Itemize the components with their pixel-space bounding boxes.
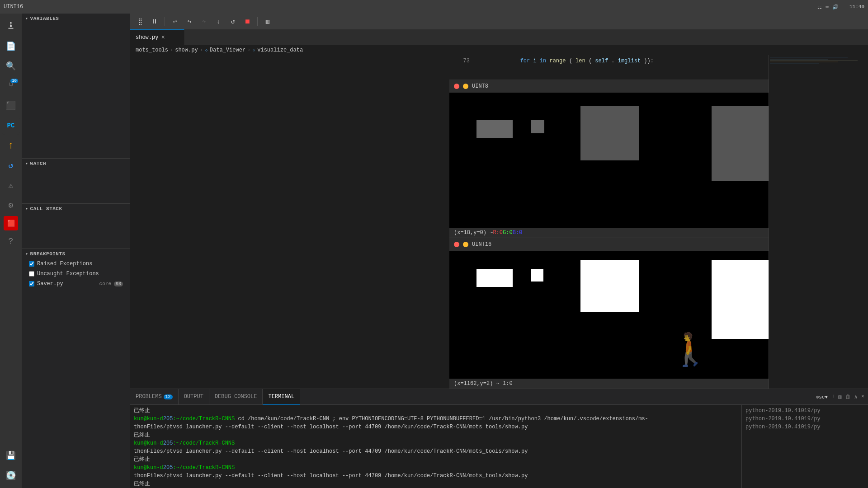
tab-terminal[interactable]: TERMINAL (263, 389, 300, 405)
breadcrumb-dataviewer[interactable]: Data_Viewer (210, 47, 245, 53)
term-line-7: 已终止 (134, 455, 738, 464)
breakpoint-saver-label: Saver.py (37, 281, 97, 287)
breakpoint-raised-checkbox[interactable] (29, 261, 34, 267)
activity-warning[interactable]: ⚠ (2, 176, 20, 194)
variables-section: ▾ VARIABLES (22, 14, 130, 158)
code-len: len (576, 58, 585, 64)
breakpoint-uncaught-checkbox[interactable] (29, 271, 34, 277)
tab-output[interactable]: OUTPUT (179, 389, 209, 405)
bc-sep1: › (170, 47, 173, 53)
code-for-keyword (478, 58, 517, 64)
code-line-73: for i in range ( len ( self . imglist ))… (474, 55, 769, 80)
activity-disk2[interactable]: 💽 (2, 466, 20, 484)
term-right-2: python-2019.10.41019/py (745, 415, 864, 423)
close-terminal-icon[interactable]: × (861, 394, 864, 400)
activity-bar: 📄 🔍 ⑂ 10 ⬛ PC ↑ ↺ ⚠ ⚙ 🟥 ? 💾 💽 (0, 14, 22, 488)
uint8-viewer-panel: UINT8 (x=18,y=0) ~ R:0 (449, 80, 769, 238)
breadcrumb-visualize[interactable]: visualize_data (257, 47, 303, 53)
tab-debug-console[interactable]: DEBUG CONSOLE (209, 389, 263, 405)
viewer-main: 73 for i in range ( len ( self . (449, 55, 769, 389)
layout-button[interactable]: ▥ (261, 15, 274, 28)
uint16-pixel-info: (x=1162,y=2) ~ 1:0 (449, 379, 769, 389)
clock: 11:40 (849, 4, 864, 9)
toolbar-sep2 (257, 17, 258, 26)
grid-button[interactable]: ⣿ (134, 15, 146, 28)
term-line-5: kun@kun-d205:~/code/TrackR-CNN$ (134, 439, 738, 447)
activity-git[interactable]: ⑂ 10 (2, 77, 20, 95)
terminal-selector[interactable]: ⊕sc▼ (816, 394, 828, 400)
step-over-button[interactable]: ↷ (198, 15, 210, 28)
term-killed-2: 已终止 (134, 432, 150, 438)
activity-debug[interactable] (2, 17, 20, 35)
activity-refresh[interactable]: ↺ (2, 156, 20, 174)
code-paren2: ( (589, 58, 592, 64)
stop-button[interactable]: ⏹ (241, 15, 254, 28)
uint8-pixel-coords: (x=18,y=0) ~ (454, 230, 493, 236)
pause-button[interactable]: ⏸ (148, 15, 161, 28)
breadcrumb-mots[interactable]: mots_tools (136, 47, 168, 53)
bottom-tabs: PROBLEMS 12 OUTPUT DEBUG CONSOLE TERMINA… (130, 389, 868, 405)
keyboard-icon: ⌨ (826, 4, 829, 10)
activity-pycharm[interactable]: PC (2, 117, 20, 135)
fwd-button[interactable]: ↪ (183, 15, 196, 28)
term-line-3: thonFiles/ptvsd launcher.py --default --… (134, 423, 738, 431)
uint8-canvas (449, 93, 769, 228)
breakpoints-header[interactable]: ▾ BREAKPOINTS (22, 249, 130, 259)
code-paren: ( (569, 58, 572, 64)
tab-problems[interactable]: PROBLEMS 12 (130, 389, 179, 405)
tab-bar: show.py × (130, 29, 868, 45)
term-killed-3: 已终止 (134, 456, 150, 463)
layout-icon[interactable]: ⚏ (817, 4, 822, 10)
split-terminal-icon[interactable]: ▥ (838, 394, 841, 400)
restart-button[interactable]: ↺ (226, 15, 239, 28)
term-line-6: thonFiles/ptvsd launcher.py --default --… (134, 447, 738, 455)
breadcrumb: mots_tools › show.py › ⬦ Data_Viewer › ⬦… (130, 45, 868, 55)
code-range: range (549, 58, 566, 64)
editor-toolbar: ⣿ ⏸ ↩ ↪ ↷ ↓ ↺ ⏹ ▥ (130, 14, 868, 29)
activity-search[interactable]: 🔍 (2, 57, 20, 75)
activity-arrow[interactable]: ↑ (2, 136, 20, 155)
term-cont-2: thonFiles/ptvsd launcher.py --default --… (134, 448, 528, 455)
watch-header[interactable]: ▾ WATCH (22, 159, 130, 169)
tab-show-py[interactable]: show.py × (130, 29, 184, 45)
mm-line (770, 59, 828, 60)
activity-settings[interactable]: ⚙ (2, 196, 20, 214)
callstack-label: CALL STACK (30, 206, 62, 211)
term-killed-4: 已终止 (134, 481, 150, 487)
back-button[interactable]: ↩ (169, 15, 181, 28)
mm-line (770, 60, 858, 61)
uint16-pixel-text: (x=1162,y=2) ~ 1:0 (454, 380, 513, 387)
breakpoint-saver-source: core (99, 281, 111, 286)
trash-icon[interactable]: 🗑 (845, 394, 851, 400)
callstack-header[interactable]: ▾ CALL STACK (22, 204, 130, 214)
tab-close-icon[interactable]: × (161, 34, 165, 41)
chevron-up-icon[interactable]: ∧ (854, 394, 858, 400)
git-badge: 10 (10, 79, 18, 83)
activity-redbox[interactable]: 🟥 (4, 216, 18, 230)
term-right-1: python-2019.10.41019/py (745, 407, 864, 415)
gray-rect-4 (712, 106, 769, 181)
activity-files[interactable]: 📄 (2, 37, 20, 55)
terminal-main[interactable]: 已终止 kun@kun-d205:~/code/TrackR-CNN$ cd /… (130, 405, 741, 488)
code-self: self (595, 58, 608, 64)
breakpoint-uncaught-label: Uncaught Exceptions (37, 271, 123, 277)
activity-extensions[interactable]: ⬛ (2, 97, 20, 115)
debug-console-label: DEBUG CONSOLE (215, 394, 257, 400)
activity-help[interactable]: ? (2, 232, 20, 250)
white-rect-3 (580, 260, 639, 312)
breakpoints-arrow: ▾ (25, 251, 28, 257)
editor-content-row: 73 for i in range ( len ( self . (130, 55, 868, 389)
term-line-4: 已终止 (134, 431, 738, 439)
code-dot: . (611, 58, 614, 64)
activity-disk[interactable]: 💾 (2, 446, 20, 465)
toolbar-sep1 (165, 17, 165, 26)
white-rect-4 (712, 260, 769, 339)
step-into-button[interactable]: ↓ (212, 15, 225, 28)
variables-header[interactable]: ▾ VARIABLES (22, 14, 130, 23)
add-terminal-icon[interactable]: + (831, 394, 835, 400)
uint8-panel-header: UINT8 (449, 80, 769, 93)
code-i: i (533, 58, 539, 64)
breakpoint-saver-checkbox[interactable] (29, 281, 34, 286)
breadcrumb-show[interactable]: show.py (175, 47, 198, 53)
bottom-tab-actions: ⊕sc▼ + ▥ 🗑 ∧ × (812, 394, 868, 400)
